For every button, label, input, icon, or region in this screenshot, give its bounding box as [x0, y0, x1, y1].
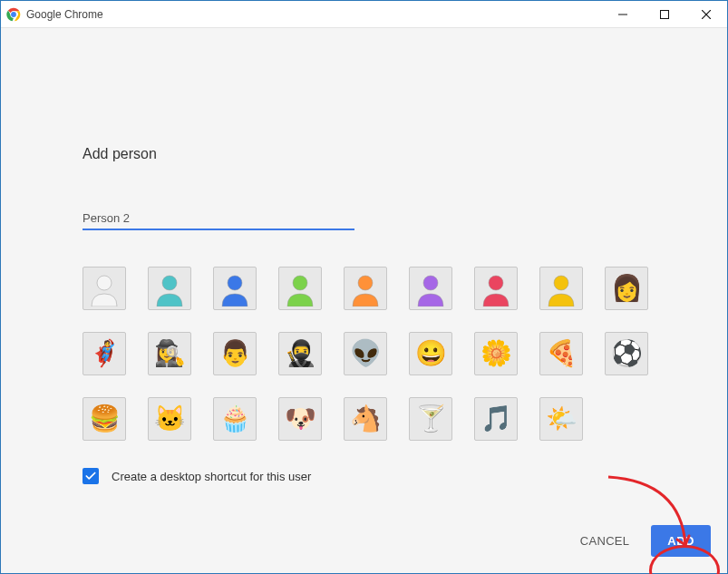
avatar-teal-silhouette[interactable]: [148, 267, 191, 310]
avatar-pizza[interactable]: 🍕: [539, 332, 583, 375]
avatar-flower[interactable]: 🌼: [474, 332, 518, 375]
avatar-man[interactable]: 👨: [213, 332, 257, 375]
svg-point-2: [11, 12, 16, 17]
dialog-heading: Add person: [83, 146, 645, 162]
desktop-shortcut-checkbox[interactable]: [83, 468, 99, 484]
avatar-horse[interactable]: 🐴: [344, 397, 387, 441]
svg-point-14: [554, 276, 568, 290]
avatar-cupcake[interactable]: 🧁: [213, 397, 257, 441]
svg-point-11: [358, 276, 373, 290]
avatar-sun-cloud[interactable]: 🌤️: [539, 397, 583, 441]
minimize-button[interactable]: [602, 1, 644, 28]
maximize-button[interactable]: [644, 1, 685, 28]
svg-point-10: [293, 276, 307, 290]
avatar-cat[interactable]: 🐱: [148, 397, 191, 441]
avatar-agent-female[interactable]: 🕵️‍♀️: [148, 332, 191, 375]
avatar-grid: 👩🦸🕵️‍♀️👨🥷👽😀🌼🍕⚽🍔🐱🧁🐶🐴🍸🎵🌤️: [83, 267, 645, 441]
avatar-purple-silhouette[interactable]: [409, 267, 452, 310]
avatar-red-silhouette[interactable]: [474, 267, 518, 310]
avatar-burger[interactable]: 🍔: [83, 397, 126, 441]
dialog-content: Add person 👩🦸🕵️‍♀️👨🥷👽😀🌼🍕⚽🍔🐱🧁🐶🐴🍸🎵🌤️ Creat…: [1, 28, 727, 573]
avatar-green-silhouette[interactable]: [278, 267, 322, 310]
avatar-female-sunglasses[interactable]: 👩: [605, 267, 648, 310]
avatar-music-note[interactable]: 🎵: [474, 397, 518, 441]
svg-point-13: [489, 276, 503, 290]
avatar-ninja[interactable]: 🥷: [278, 332, 322, 375]
cancel-button[interactable]: CANCEL: [571, 527, 639, 555]
titlebar: Google Chrome: [1, 1, 727, 28]
avatar-orange-silhouette[interactable]: [344, 267, 387, 310]
avatar-dog[interactable]: 🐶: [278, 397, 322, 441]
avatar-alien[interactable]: 👽: [344, 332, 387, 375]
avatar-soccer-ball[interactable]: ⚽: [605, 332, 648, 375]
svg-point-7: [97, 276, 112, 290]
avatar-default-silhouette[interactable]: [83, 267, 126, 310]
chrome-icon: [6, 7, 21, 22]
window-title: Google Chrome: [26, 8, 103, 21]
svg-point-12: [423, 276, 438, 290]
avatar-yellow-silhouette[interactable]: [539, 267, 583, 310]
add-button[interactable]: ADD: [651, 525, 711, 557]
svg-point-8: [162, 276, 177, 290]
person-name-input[interactable]: [83, 208, 354, 230]
avatar-smiley[interactable]: 😀: [409, 332, 452, 375]
dialog-footer: CANCEL ADD: [571, 525, 711, 557]
svg-rect-4: [661, 11, 669, 19]
svg-point-9: [228, 276, 242, 290]
annotation-arrow: [599, 472, 717, 572]
dialog-window: Google Chrome Add person 👩🦸🕵️‍♀️👨🥷👽😀🌼🍕⚽🍔…: [0, 0, 728, 574]
desktop-shortcut-label: Create a desktop shortcut for this user: [112, 470, 311, 483]
avatar-hero-male[interactable]: 🦸: [83, 332, 126, 375]
close-button[interactable]: [685, 1, 727, 28]
avatar-cocktail[interactable]: 🍸: [409, 397, 452, 441]
avatar-blue-silhouette[interactable]: [213, 267, 257, 310]
